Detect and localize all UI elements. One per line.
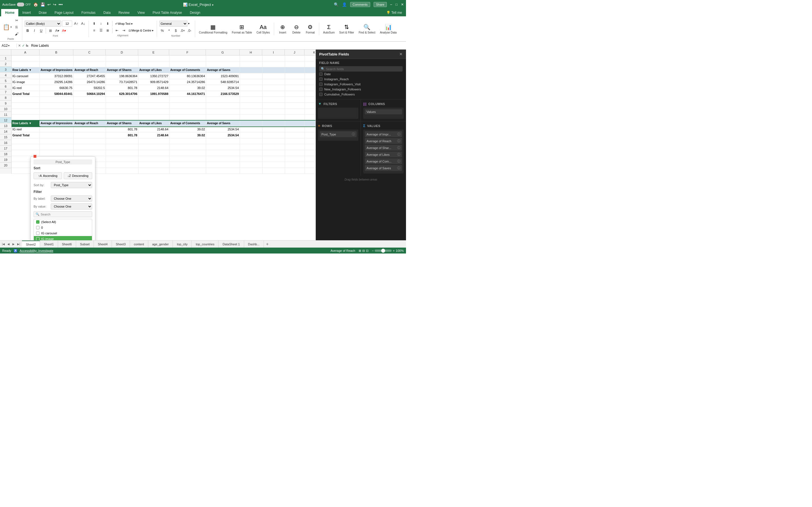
filter-item-ig-carousel[interactable]: IG carousel <box>34 230 92 236</box>
cell-i11[interactable] <box>262 115 285 120</box>
cell-i3[interactable] <box>262 67 285 73</box>
copy-button[interactable]: ⎘ <box>13 24 20 30</box>
cell-c9[interactable] <box>73 103 106 108</box>
cumulative-followers-checkbox[interactable] <box>319 93 322 96</box>
cell-i16[interactable] <box>262 144 285 150</box>
percent-button[interactable]: % <box>159 27 165 34</box>
cell-g14[interactable]: 2534.54 <box>206 132 240 138</box>
title-bar-icon-home[interactable]: 🏠 <box>33 2 38 7</box>
cell-b3[interactable]: Average of Impressions <box>40 67 73 73</box>
cell-reference-box[interactable]: A12 ▾ <box>0 44 17 48</box>
row-num-11[interactable]: 11 <box>0 112 11 117</box>
close-button[interactable]: ✕ <box>401 3 404 6</box>
cell-g12[interactable]: Average of Saves <box>206 121 240 126</box>
cell-b12[interactable]: Average of Impressions <box>40 121 73 126</box>
cell-e6[interactable]: 2148.64 <box>139 85 169 91</box>
row-num-15[interactable]: 15 <box>0 134 11 140</box>
field-item-cumulative-followers[interactable]: Cumulative_Followers <box>319 92 403 97</box>
cell-j6[interactable] <box>285 85 305 91</box>
pivot-panel-close-icon[interactable]: ✕ <box>399 52 403 56</box>
field-search-input[interactable] <box>326 67 401 71</box>
share-button[interactable]: Share <box>373 2 387 7</box>
tab-home[interactable]: Home <box>1 9 18 16</box>
cell-i18[interactable] <box>262 156 285 162</box>
cell-d9[interactable] <box>106 103 139 108</box>
cell-h14[interactable] <box>240 132 262 138</box>
cell-d10[interactable] <box>106 109 139 114</box>
cut-button[interactable]: ✂ <box>13 17 20 23</box>
cell-j1[interactable] <box>285 55 305 61</box>
cell-e10[interactable] <box>139 109 169 114</box>
cell-f14[interactable]: 39.02 <box>169 132 206 138</box>
row-num-20[interactable]: 20 <box>0 163 11 168</box>
cell-h10[interactable] <box>240 109 262 114</box>
align-left-button[interactable]: ≡ <box>91 27 97 34</box>
value-avg-likes[interactable]: Average of Likes ⓘ <box>365 152 402 158</box>
sort-descending-button[interactable]: ↓Z Descending <box>64 172 92 179</box>
value-avg-shares[interactable]: Average of Shar... ⓘ <box>365 145 402 151</box>
cell-i7[interactable] <box>262 91 285 97</box>
value-avg-impressions[interactable]: Average of Impr... ⓘ <box>365 131 402 137</box>
title-bar-icon-more[interactable]: ••• <box>59 2 63 7</box>
rows-drop-area[interactable]: Post_Type ⓘ <box>318 129 358 141</box>
cell-j17[interactable] <box>285 150 305 156</box>
cell-h8[interactable] <box>240 97 262 103</box>
cell-a16[interactable] <box>11 144 40 150</box>
cell-c8[interactable] <box>73 97 106 103</box>
cell-b15[interactable] <box>40 138 73 144</box>
cell-d16[interactable] <box>106 144 139 150</box>
cell-k3[interactable] <box>305 67 315 73</box>
cell-i6[interactable] <box>262 85 285 91</box>
sheet-tab-sheet2[interactable]: Sheet2 <box>22 240 40 248</box>
cell-k14[interactable] <box>305 132 315 138</box>
sheet-tab-sheet1[interactable]: Sheet1 <box>40 240 58 248</box>
accounting-button[interactable]: $ <box>173 27 179 34</box>
cell-j19[interactable] <box>285 162 305 168</box>
indent-decrease-button[interactable]: ⇤ <box>114 27 120 34</box>
format-painter-button[interactable]: 🖌 <box>13 31 20 37</box>
cell-b16[interactable] <box>40 144 73 150</box>
cell-g19[interactable] <box>206 162 240 168</box>
cell-b5[interactable]: 29295.14286 <box>40 79 73 85</box>
rows-post-type-tag[interactable]: Post_Type ⓘ <box>320 131 357 137</box>
field-item-new-followers[interactable]: New_Instagram_Followers <box>319 87 403 92</box>
cell-c11[interactable] <box>73 115 106 120</box>
cell-f1[interactable] <box>169 55 206 61</box>
row-num-14[interactable]: 14 <box>0 129 11 134</box>
cell-j18[interactable] <box>285 156 305 162</box>
row-num-18[interactable]: 18 <box>0 151 11 157</box>
cell-h6[interactable] <box>240 85 262 91</box>
row-num-6[interactable]: 6 <box>0 83 11 89</box>
normal-view-button[interactable]: ⊞ <box>359 249 361 252</box>
cell-d13[interactable]: 801.78 <box>106 126 139 132</box>
cell-e9[interactable] <box>139 103 169 108</box>
sheet-tab-content[interactable]: content <box>130 240 148 248</box>
cell-c13[interactable] <box>73 126 106 132</box>
cell-a8[interactable] <box>11 97 40 103</box>
cell-f19[interactable] <box>169 162 206 168</box>
autosave-toggle[interactable]: AutoSave OFF <box>2 3 31 6</box>
row-num-7[interactable]: 7 <box>0 89 11 95</box>
cell-b2[interactable] <box>40 61 73 67</box>
zoom-in-button[interactable]: + <box>393 249 395 252</box>
cell-h18[interactable] <box>240 156 262 162</box>
cell-e5[interactable]: 909.8571429 <box>139 79 169 85</box>
cell-j4[interactable] <box>285 73 305 79</box>
columns-drop-area[interactable]: Values <box>363 108 404 119</box>
cell-f16[interactable] <box>169 144 206 150</box>
row-num-16[interactable]: 16 <box>0 140 11 146</box>
cell-g17[interactable] <box>206 150 240 156</box>
cell-i17[interactable] <box>262 150 285 156</box>
cell-d1[interactable] <box>106 55 139 61</box>
cell-c15[interactable] <box>73 138 106 144</box>
cell-h7[interactable] <box>240 91 262 97</box>
col-header-h[interactable]: H <box>240 50 262 55</box>
value-avg-impressions-info[interactable]: ⓘ <box>397 132 400 136</box>
tab-design[interactable]: Design <box>186 9 204 16</box>
cell-h4[interactable] <box>240 73 262 79</box>
dropdown-arrow[interactable]: ▾ <box>212 3 213 6</box>
add-sheet-button[interactable]: + <box>264 240 271 248</box>
bold-button[interactable]: B <box>24 27 31 34</box>
insert-function-button[interactable]: fx <box>26 44 29 47</box>
title-bar-icon-save[interactable]: 💾 <box>40 2 45 7</box>
